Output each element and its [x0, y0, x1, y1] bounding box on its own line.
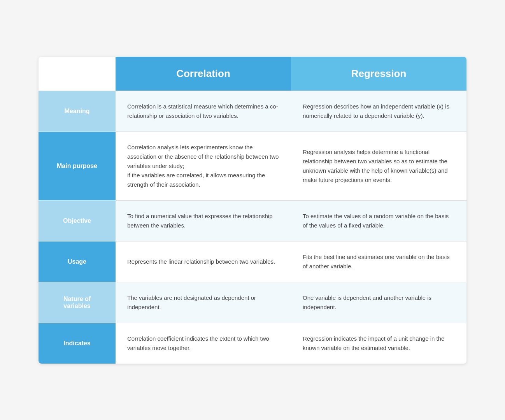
row-regression-main-purpose: Regression analysis helps determine a fu…: [291, 131, 466, 200]
row-regression-usage: Fits the best line and estimates one var…: [291, 241, 466, 282]
row-regression-objective: To estimate the values of a random varia…: [291, 200, 466, 241]
row-label-indicates: Indicates: [39, 323, 116, 364]
header-empty-cell: [39, 57, 116, 91]
row-label-objective: Objective: [39, 200, 116, 241]
row-correlation-nature: The variables are not designated as depe…: [116, 282, 291, 323]
row-regression-nature: One variable is dependent and another va…: [291, 282, 466, 323]
row-correlation-meaning: Correlation is a statistical measure whi…: [116, 91, 291, 131]
header-regression: Regression: [291, 57, 466, 91]
header-correlation: Correlation: [116, 57, 291, 91]
row-label-usage: Usage: [39, 241, 116, 282]
row-correlation-indicates: Correlation coefficient indicates the ex…: [116, 323, 291, 364]
row-regression-meaning: Regression describes how an independent …: [291, 91, 466, 131]
row-label-main-purpose: Main purpose: [39, 131, 116, 200]
row-correlation-usage: Represents the linear relationship betwe…: [116, 241, 291, 282]
row-label-nature: Nature of variables: [39, 282, 116, 323]
row-regression-indicates: Regression indicates the impact of a uni…: [291, 323, 466, 364]
row-correlation-main-purpose: Correlation analysis lets experimenters …: [116, 131, 291, 200]
row-correlation-objective: To find a numerical value that expresses…: [116, 200, 291, 241]
row-label-meaning: Meaning: [39, 91, 116, 131]
comparison-table: Correlation Regression Meaning Correlati…: [39, 57, 466, 364]
